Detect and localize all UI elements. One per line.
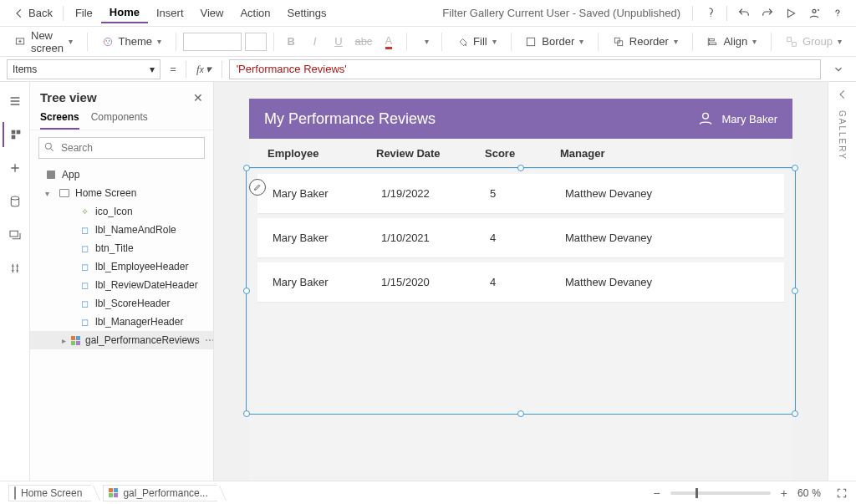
tree-search-input[interactable] xyxy=(38,137,205,159)
rail-advanced-tools-icon[interactable] xyxy=(3,256,28,281)
main-area: Tree view ✕ Screens Components App ▾ Hom… xyxy=(0,82,856,481)
strikethrough-button[interactable]: abc xyxy=(353,31,374,52)
tree-item-btn-title[interactable]: ◻ btn_Title xyxy=(30,239,213,257)
chevron-down-icon[interactable]: ▾ xyxy=(45,189,54,198)
edit-template-icon[interactable] xyxy=(249,179,266,196)
app-status-text: Filter Gallery Current User - Saved (Unp… xyxy=(442,7,687,19)
gallery-row[interactable]: Mary Baker 1/15/2020 4 Matthew Devaney xyxy=(257,262,784,302)
zoom-out-button[interactable]: − xyxy=(650,486,664,500)
tree-item-lbl-scoreheader[interactable]: ◻ lbl_ScoreHeader xyxy=(30,294,213,313)
properties-rail: GALLERY xyxy=(828,82,856,481)
fx-icon[interactable]: fx▾ xyxy=(193,63,215,76)
reorder-button[interactable]: Reorder ▾ xyxy=(605,31,685,52)
theme-button[interactable]: Theme ▾ xyxy=(94,31,169,52)
chevron-left-icon[interactable] xyxy=(837,89,848,100)
group-label: Group xyxy=(802,35,833,48)
gallery-control-icon xyxy=(109,488,118,497)
border-label: Border xyxy=(542,35,574,48)
chevron-down-icon: ▾ xyxy=(752,37,757,46)
breadcrumb-screen[interactable]: Home Screen xyxy=(8,485,91,501)
tree-item-lbl-employeeheader[interactable]: ◻ lbl_EmployeeHeader xyxy=(30,257,213,276)
tree-item-lbl-nameandrole[interactable]: ◻ lbl_NameAndRole xyxy=(30,221,213,239)
cell-manager: Matthew Devaney xyxy=(565,232,772,244)
align-text-button[interactable]: ▾ xyxy=(413,32,435,52)
rail-data-icon[interactable] xyxy=(3,189,28,214)
tab-components[interactable]: Components xyxy=(91,111,148,130)
tree-item-app[interactable]: App xyxy=(30,165,213,184)
italic-button[interactable]: I xyxy=(305,31,324,52)
cell-reviewdate: 1/10/2021 xyxy=(381,232,490,244)
zoom-slider[interactable] xyxy=(670,491,771,495)
border-button[interactable]: Border ▾ xyxy=(517,31,591,52)
gallery-control[interactable]: Mary Baker 1/19/2022 5 Matthew Devaney M… xyxy=(254,174,787,302)
rail-hamburger-icon[interactable] xyxy=(3,89,28,114)
label-control-icon: ◻ xyxy=(79,261,90,272)
zoom-slider-thumb[interactable] xyxy=(696,488,698,498)
font-color-button[interactable]: A xyxy=(378,30,400,53)
zoom-percent: 60 xyxy=(797,487,808,499)
font-size-dropdown[interactable] xyxy=(245,33,267,51)
new-screen-button[interactable]: New screen ▾ xyxy=(7,25,80,59)
app-header: My Performance Reviews Mary Baker xyxy=(249,99,792,139)
svg-rect-9 xyxy=(710,38,715,40)
chevron-right-icon[interactable]: ▸ xyxy=(62,336,66,345)
tree-list: App ▾ Home Screen ✧ ico_Icon ◻ lbl_NameA… xyxy=(30,165,213,481)
menu-insert[interactable]: Insert xyxy=(148,3,192,23)
label-control-icon: ◻ xyxy=(79,316,90,328)
zoom-in-button[interactable]: + xyxy=(777,486,791,500)
back-button[interactable]: Back xyxy=(7,7,59,19)
tree-item-lbl-reviewdateheader[interactable]: ◻ lbl_ReviewDateHeader xyxy=(30,276,213,294)
undo-icon[interactable] xyxy=(732,2,756,25)
breadcrumb-control[interactable]: gal_Performance... xyxy=(103,485,217,501)
more-options-icon[interactable]: ⋯ xyxy=(205,334,213,346)
tab-screens[interactable]: Screens xyxy=(40,111,79,130)
properties-rail-label[interactable]: GALLERY xyxy=(838,110,847,160)
tree-item-gal-performancereviews[interactable]: ▸ gal_PerformanceReviews ⋯ xyxy=(30,331,213,349)
zoom-controls: − + 60 % xyxy=(650,486,848,500)
fill-button[interactable]: Fill ▾ xyxy=(449,31,504,52)
separator xyxy=(63,6,64,21)
tree-item-ico-icon[interactable]: ✧ ico_Icon xyxy=(30,202,213,221)
menu-file[interactable]: File xyxy=(67,3,101,23)
zoom-percent-suffix: % xyxy=(812,487,821,499)
expand-formula-icon[interactable] xyxy=(828,64,849,75)
header-reviewdate: Review Date xyxy=(376,147,485,160)
status-bar: Home Screen gal_Performance... − + 60 % xyxy=(0,481,856,504)
table-header-row: Employee Review Date Score Manager xyxy=(249,139,792,169)
play-icon[interactable] xyxy=(779,2,802,25)
tree-view-title: Tree view xyxy=(40,90,97,104)
svg-rect-17 xyxy=(10,231,18,237)
rail-media-icon[interactable] xyxy=(3,222,28,247)
share-icon[interactable] xyxy=(802,2,826,25)
app-checker-icon[interactable] xyxy=(698,2,721,25)
svg-point-18 xyxy=(45,143,51,149)
cell-employee: Mary Baker xyxy=(273,276,381,288)
font-family-dropdown[interactable] xyxy=(183,33,242,51)
svg-point-4 xyxy=(108,39,110,41)
property-dropdown[interactable]: Items ▾ xyxy=(7,59,160,79)
menu-action[interactable]: Action xyxy=(232,3,278,23)
bold-button[interactable]: B xyxy=(280,31,302,52)
svg-point-16 xyxy=(11,196,18,200)
align-objects-button[interactable]: Align ▾ xyxy=(699,31,764,52)
gallery-row[interactable]: Mary Baker 1/19/2022 5 Matthew Devaney xyxy=(257,174,784,213)
close-icon[interactable]: ✕ xyxy=(193,91,203,104)
top-menubar: Back File Home Insert View Action Settin… xyxy=(0,0,856,27)
rail-tree-view-icon[interactable] xyxy=(3,122,28,147)
formula-input[interactable]: 'Performance Reviews' xyxy=(229,59,821,79)
group-button[interactable]: Group ▾ xyxy=(778,31,849,52)
tree-item-home-screen[interactable]: ▾ Home Screen xyxy=(30,184,213,202)
fit-to-window-icon[interactable] xyxy=(836,487,848,499)
help-icon[interactable] xyxy=(826,2,849,25)
chevron-down-icon: ▾ xyxy=(69,37,73,46)
gallery-control-icon xyxy=(71,334,80,346)
menu-home[interactable]: Home xyxy=(101,3,148,23)
menu-settings[interactable]: Settings xyxy=(279,3,335,23)
rail-insert-icon[interactable] xyxy=(3,155,28,181)
gallery-row[interactable]: Mary Baker 1/10/2021 4 Matthew Devaney xyxy=(257,218,784,257)
tree-item-lbl-managerheader[interactable]: ◻ lbl_ManagerHeader xyxy=(30,313,213,331)
design-canvas[interactable]: My Performance Reviews Mary Baker Employ… xyxy=(214,82,828,481)
redo-icon[interactable] xyxy=(756,2,779,25)
underline-button[interactable]: U xyxy=(328,31,349,52)
menu-view[interactable]: View xyxy=(192,3,232,23)
